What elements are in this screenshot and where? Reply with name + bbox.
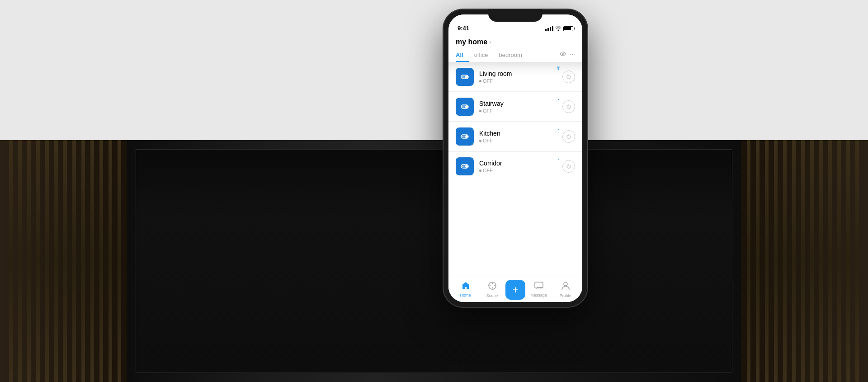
signal-bar-2 xyxy=(547,28,549,31)
status-dot xyxy=(479,110,481,112)
device-info-living-room: Living room OFF xyxy=(479,70,562,84)
device-item-corridor: Corridor OFF xyxy=(448,152,582,181)
slat xyxy=(36,140,40,382)
tabs-row: All office bedroom xyxy=(456,49,575,62)
power-button-stairway[interactable] xyxy=(562,100,575,113)
device-name-stairway: Stairway xyxy=(479,100,562,107)
wifi-indicator-icon xyxy=(556,156,561,160)
device-status-corridor: OFF xyxy=(479,168,562,173)
tab-office[interactable]: office xyxy=(469,49,494,62)
nav-label-scene: Scene xyxy=(486,293,498,298)
nav-item-scene[interactable]: Scene xyxy=(479,281,505,298)
svg-point-11 xyxy=(465,105,468,108)
slat xyxy=(855,140,859,382)
slats-right xyxy=(723,140,868,382)
device-list: All the lights OFF xyxy=(448,62,582,302)
wifi-indicator-icon xyxy=(556,96,561,101)
phone-notch xyxy=(488,9,542,22)
slat xyxy=(90,140,94,382)
nav-item-home[interactable]: Home xyxy=(452,282,479,297)
nav-label-home: Home xyxy=(460,293,471,297)
svg-point-15 xyxy=(465,135,468,138)
battery-icon xyxy=(563,26,573,31)
svg-point-8 xyxy=(462,76,464,78)
slat xyxy=(810,140,814,382)
status-icons xyxy=(545,25,573,32)
my-home-row[interactable]: my home › xyxy=(456,38,575,49)
device-list-container: All the lights OFF xyxy=(448,62,582,181)
phone-frame: 9:41 xyxy=(443,9,588,307)
power-button-living-room[interactable] xyxy=(562,71,575,83)
tab-all[interactable]: All xyxy=(456,49,469,62)
svg-point-23 xyxy=(564,282,567,286)
slat xyxy=(828,140,832,382)
signal-bar-4 xyxy=(552,26,553,31)
status-time: 9:41 xyxy=(458,25,469,32)
battery-fill xyxy=(564,27,571,30)
profile-icon xyxy=(561,281,570,292)
eye-icon[interactable] xyxy=(560,50,566,57)
slat xyxy=(118,140,121,382)
slat xyxy=(9,140,13,382)
slat xyxy=(99,140,103,382)
slat xyxy=(45,140,49,382)
slat xyxy=(18,140,22,382)
my-home-title: my home xyxy=(456,38,487,46)
more-icon[interactable]: ··· xyxy=(570,50,575,57)
slat xyxy=(783,140,787,382)
power-button-corridor[interactable] xyxy=(562,160,575,173)
device-status-kitchen: OFF xyxy=(479,138,562,143)
slat xyxy=(72,140,76,382)
slat xyxy=(756,140,760,382)
status-dot xyxy=(479,170,481,172)
wifi-icon xyxy=(555,25,561,32)
tab-actions: ··· xyxy=(560,50,575,61)
slat xyxy=(81,140,85,382)
svg-point-0 xyxy=(562,53,564,54)
device-item-living-room: Living room OFF xyxy=(448,62,582,92)
nav-item-profile[interactable]: Profile xyxy=(552,281,579,298)
slat xyxy=(819,140,823,382)
slats-left xyxy=(0,140,145,382)
phone-screen: 9:41 xyxy=(448,14,582,302)
device-icon-corridor xyxy=(456,157,474,175)
slat xyxy=(27,140,31,382)
background xyxy=(0,0,868,382)
power-button-kitchen[interactable] xyxy=(562,130,575,143)
slat xyxy=(765,140,769,382)
scene-icon xyxy=(488,281,497,292)
device-info-corridor: Corridor OFF xyxy=(479,160,562,173)
home-icon xyxy=(461,282,470,292)
bg-bottom xyxy=(0,140,868,382)
tab-bedroom[interactable]: bedroom xyxy=(493,49,527,62)
wifi-indicator-icon xyxy=(556,126,561,131)
slat xyxy=(774,140,778,382)
bottom-nav: Home Scene + xyxy=(448,277,582,302)
nav-label-profile: Profile xyxy=(560,293,571,298)
slat xyxy=(108,140,112,382)
device-name-kitchen: Kitchen xyxy=(479,130,562,137)
nav-label-message: Message xyxy=(530,293,547,297)
slat xyxy=(837,140,841,382)
svg-rect-22 xyxy=(535,282,543,288)
device-icon-living-room xyxy=(456,68,474,86)
nav-add-button[interactable]: + xyxy=(505,280,525,300)
device-name-corridor: Corridor xyxy=(479,160,562,167)
app-header: my home › All office bedroom xyxy=(448,34,582,62)
signal-bars-icon xyxy=(545,26,553,31)
status-dot xyxy=(479,80,481,82)
signal-bar-3 xyxy=(550,27,551,31)
glass-interior xyxy=(136,149,732,373)
device-icon-kitchen xyxy=(456,127,474,146)
svg-point-12 xyxy=(462,106,464,108)
slat xyxy=(801,140,805,382)
chevron-right-icon: › xyxy=(489,39,491,45)
nav-item-message[interactable]: Message xyxy=(525,282,552,297)
svg-point-7 xyxy=(465,75,468,78)
slat xyxy=(54,140,58,382)
slat xyxy=(747,140,750,382)
wifi-indicator-icon xyxy=(556,66,561,71)
bg-top xyxy=(0,0,868,140)
device-status-stairway: OFF xyxy=(479,108,562,113)
device-status-living-room: OFF xyxy=(479,78,562,84)
